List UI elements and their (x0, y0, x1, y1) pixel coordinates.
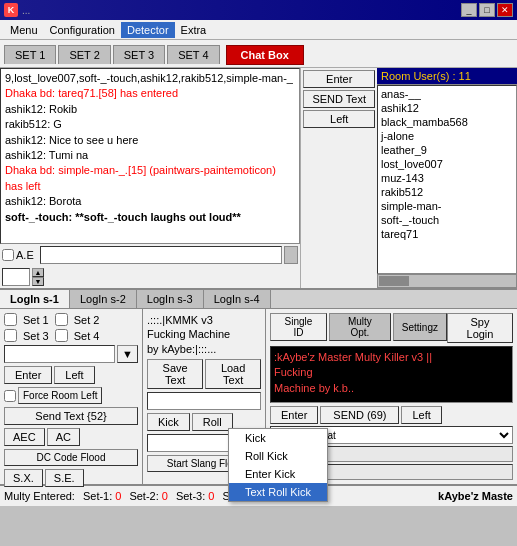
load-text-button[interactable]: Load Text (205, 359, 261, 389)
set3-checkbox[interactable] (4, 329, 17, 342)
kick-button[interactable]: Kick (147, 413, 190, 431)
force-room-checkbox[interactable] (4, 390, 16, 402)
set3-status: Set-3: 0 (176, 490, 214, 502)
aec-button[interactable]: AEC (4, 428, 45, 446)
set1-status-value: 0 (115, 490, 121, 502)
force-room-row: Force Room Left (4, 387, 138, 404)
se-button[interactable]: S.E. (45, 469, 84, 487)
name-input[interactable]: anas-__ (147, 392, 261, 410)
set2-checkbox[interactable] (55, 313, 68, 326)
user-item[interactable]: soft-_-touch (379, 213, 515, 227)
user-item[interactable]: black_mamba568 (379, 115, 515, 129)
user-item[interactable]: leather_9 (379, 143, 515, 157)
left-button[interactable]: Left (303, 110, 375, 128)
chat-panel: 9,lost_love007,soft-_-touch,ashik12,raki… (0, 68, 301, 288)
single-id-tab[interactable]: Single ID (270, 313, 327, 341)
multy-killer-text: :kAybe'z Master Multy Killer v3 ||Fuckin… (270, 346, 513, 403)
menu-menu[interactable]: Menu (4, 22, 44, 38)
tab-set4[interactable]: SET 4 (167, 45, 219, 64)
right-enter-button[interactable]: Enter (270, 406, 318, 424)
context-kick[interactable]: Kick (229, 429, 327, 447)
menu-detector[interactable]: Detector (121, 22, 175, 38)
set4-checkbox[interactable] (55, 329, 68, 342)
login-tabs: LogIn s-1 LogIn s-2 LogIn s-3 LogIn s-4 (0, 290, 517, 309)
context-menu: Kick Roll Kick Enter Kick Text Roll Kick (228, 428, 328, 502)
tab-set2[interactable]: SET 2 (58, 45, 110, 64)
users-panel: Room User(s) : 11 anas-__ ashik12 black_… (377, 68, 517, 288)
menu-configuration[interactable]: Configuration (44, 22, 121, 38)
title-bar-buttons: _ □ ✕ (461, 3, 513, 17)
login-tab-2[interactable]: LogIn s-2 (70, 290, 137, 308)
multy-opt-tab[interactable]: Multy Opt. (329, 313, 391, 341)
context-text-roll-kick[interactable]: Text Roll Kick (229, 483, 327, 501)
chat-msg-9: soft-_-touch: **soft-_-touch laughs out … (5, 210, 295, 225)
user-item[interactable]: simple-man- (379, 199, 515, 213)
context-roll-kick[interactable]: Roll Kick (229, 447, 327, 465)
close-button[interactable]: ✕ (497, 3, 513, 17)
sx-se-row: S.X. S.E. (4, 469, 138, 487)
set3-status-label: Set-3: (176, 490, 205, 502)
menu-bar: Menu Configuration Detector Extra (0, 20, 517, 40)
menu-extra[interactable]: Extra (175, 22, 213, 38)
ac-button[interactable]: AC (47, 428, 80, 446)
tabs-row: SET 1 SET 2 SET 3 SET 4 Chat Box (0, 40, 517, 68)
sx-button[interactable]: S.X. (4, 469, 43, 487)
number-down[interactable]: ▼ (32, 277, 44, 286)
right-left-button[interactable]: Left (401, 406, 441, 424)
set2-status-value: 0 (162, 490, 168, 502)
kAybe-status: kAybe'z Maste (438, 490, 513, 502)
minimize-button[interactable]: _ (461, 3, 477, 17)
user-item[interactable]: j-alone (379, 129, 515, 143)
user-item[interactable]: rakib512 (379, 185, 515, 199)
enter-button[interactable]: Enter (303, 70, 375, 88)
user-item[interactable]: anas-__ (379, 87, 515, 101)
login-room-input[interactable]: dhaka bd (4, 345, 115, 363)
set1-label: Set 1 (23, 314, 49, 326)
chat-msg-7: Dhaka bd: simple-man-_.[15] (paintwars-p… (5, 163, 295, 194)
chat-msg-3: ashik12: Rokib (5, 102, 295, 117)
enter-left-row: Enter Left (4, 366, 138, 384)
title-bar: K ... _ □ ✕ (0, 0, 517, 20)
chat-scrollbar[interactable] (284, 246, 298, 264)
login-tab-1[interactable]: LogIn s-1 (0, 290, 70, 308)
tab-set1[interactable]: SET 1 (4, 45, 56, 64)
ae-label: A.E (16, 249, 34, 261)
user-item[interactable]: muz-143 (379, 171, 515, 185)
left-left-btn[interactable]: Left (54, 366, 94, 384)
force-room-button[interactable]: Force Room Left (18, 387, 102, 404)
save-text-button[interactable]: Save Text (147, 359, 203, 389)
aec-ac-row: AEC AC (4, 428, 138, 446)
users-hscrollbar[interactable] (377, 274, 517, 288)
chat-box-tab[interactable]: Chat Box (226, 45, 304, 65)
login-tab-4[interactable]: LogIn s-4 (204, 290, 271, 308)
dc-code-flood-button[interactable]: DC Code Flood (4, 449, 138, 466)
settingz-tab[interactable]: Settingz (393, 313, 447, 341)
send-69-button[interactable]: SEND (69) (320, 406, 399, 424)
user-item[interactable]: tareq71 (379, 227, 515, 241)
tab-set3[interactable]: SET 3 (113, 45, 165, 64)
chat-msg-8: ashik12: Borota (5, 194, 295, 209)
send-text-52-button[interactable]: Send Text {52} (4, 407, 138, 425)
spy-login-button[interactable]: Spy Login (447, 313, 513, 343)
maximize-button[interactable]: □ (479, 3, 495, 17)
users-header: Room User(s) : 11 (377, 68, 517, 85)
left-enter-btn[interactable]: Enter (4, 366, 52, 384)
chat-msg-5: ashik12: Nice to see u here (5, 133, 295, 148)
login-tab-3[interactable]: LogIn s-3 (137, 290, 204, 308)
users-list[interactable]: anas-__ ashik12 black_mamba568 j-alone l… (377, 85, 517, 274)
number-up[interactable]: ▲ (32, 268, 44, 277)
set2-status-label: Set-2: (129, 490, 158, 502)
number-input[interactable]: 1 (2, 268, 30, 286)
ae-checkbox[interactable] (2, 249, 14, 261)
roll-button[interactable]: Roll (192, 413, 233, 431)
context-enter-kick[interactable]: Enter Kick (229, 465, 327, 483)
chat-messages[interactable]: 9,lost_love007,soft-_-touch,ashik12,raki… (0, 68, 300, 244)
chat-text-input[interactable] (40, 246, 283, 264)
user-item[interactable]: ashik12 (379, 101, 515, 115)
input-dropdown-btn[interactable]: ▼ (117, 345, 138, 363)
user-item[interactable]: lost_love007 (379, 157, 515, 171)
send-text-button[interactable]: SEND Text (303, 90, 375, 108)
number-spinner: ▲ ▼ (32, 268, 44, 286)
set1-checkbox[interactable] (4, 313, 17, 326)
main-area: 9,lost_love007,soft-_-touch,ashik12,raki… (0, 68, 517, 288)
